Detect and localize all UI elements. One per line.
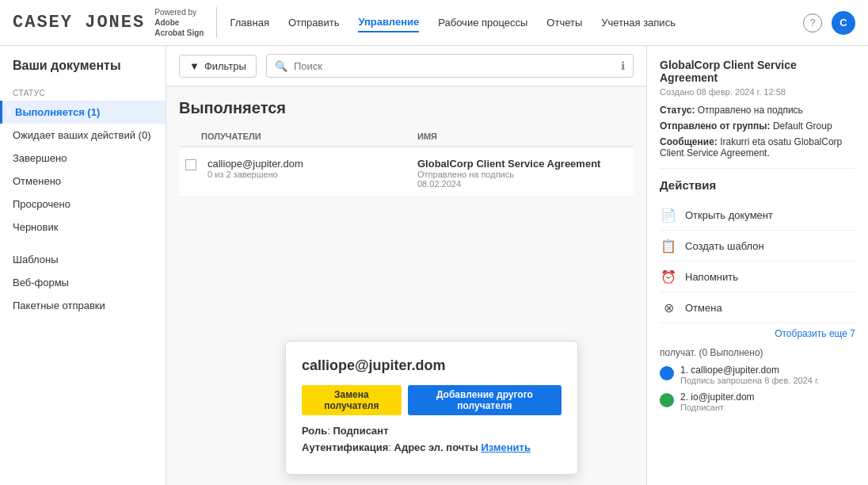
nav-send[interactable]: Отправить — [288, 13, 339, 32]
sidebar-item-draft[interactable]: Черновик — [0, 216, 166, 239]
doc-name: GlobalCorp Client Service Agreement — [417, 158, 627, 170]
sidebar-item-overdue[interactable]: Просрочено — [0, 193, 166, 216]
col-recipients: ПОЛУЧАТЕЛИ — [201, 132, 417, 141]
popup-card: calliope@jupiter.dom Замена получателя Д… — [285, 341, 578, 475]
sidebar-item-awaiting[interactable]: Ожидает ваших действий (0) — [0, 124, 166, 147]
popup-auth-label: Аутентификация — [302, 441, 388, 453]
recipient-email: calliope@jupiter.dom — [207, 158, 417, 170]
more-actions-link[interactable]: Отобразить еще 7 — [660, 328, 855, 339]
rp-doc-title: GlobalCorp Client Service Agreement — [660, 59, 855, 84]
header: CASEY JONES Powered by Adobe Acrobat Sig… — [0, 0, 868, 46]
rp-status: Статус: Отправлено на подпись — [660, 105, 855, 116]
doc-table-header: ПОЛУЧАТЕЛИ ИМЯ — [179, 127, 634, 147]
rp-action-template-label: Создать шаблон — [685, 240, 764, 252]
doc-status: Отправлено на подпись 08.02.2024 — [417, 170, 627, 189]
sidebar-item-webforms[interactable]: Веб-формы — [0, 271, 166, 294]
toolbar: ▼ Фильтры 🔍 ℹ — [166, 46, 646, 86]
nav-reports[interactable]: Отчеты — [546, 13, 582, 32]
popup-email: calliope@jupiter.dom — [302, 357, 562, 374]
rp-recipient-1: 1. calliope@jupiter.dom Подпись запрошен… — [660, 365, 855, 385]
rp-from-group: Отправлено от группы: Default Group — [660, 120, 855, 132]
recipient-1-dot — [660, 366, 674, 380]
rp-action-open[interactable]: 📄 Открыть документ — [660, 200, 855, 231]
help-icon[interactable]: ? — [803, 13, 822, 32]
recipient-1-sub: Подпись запрошена 8 фев. 2024 г. — [680, 376, 820, 385]
popup-role-label: Роль — [302, 425, 327, 437]
rp-action-cancel[interactable]: ⊗ Отмена — [660, 292, 855, 323]
doc-list-title: Выполняется — [179, 86, 634, 127]
popup-auth-field: Аутентификация: Адрес эл. почты Изменить — [302, 441, 562, 453]
add-recipient-button[interactable]: Добавление другого получателя — [408, 385, 562, 415]
rp-message: Сообщение: Irakurri eta osatu GlobalCorp… — [660, 136, 855, 158]
table-row[interactable]: calliope@jupiter.dom 0 из 2 завершено Gl… — [179, 150, 634, 197]
sidebar-item-completed[interactable]: Завершено — [0, 147, 166, 170]
popup-role-value: Подписант — [333, 425, 388, 437]
recipient-2-email: 2. io@jupiter.dom — [680, 391, 755, 403]
rp-action-template[interactable]: 📋 Создать шаблон — [660, 231, 855, 262]
rp-action-remind-label: Напомнить — [685, 271, 738, 283]
replace-recipient-button[interactable]: Замена получателя — [302, 385, 402, 415]
logo: CASEY JONES — [13, 13, 145, 32]
popup-buttons: Замена получателя Добавление другого пол… — [302, 385, 562, 415]
create-template-icon: 📋 — [660, 237, 677, 254]
recipient-1-email: 1. calliope@jupiter.dom — [680, 365, 820, 376]
popup-auth-value: Адрес эл. почты — [394, 441, 478, 453]
nav-home[interactable]: Главная — [230, 13, 268, 32]
header-icons: ? C — [803, 11, 855, 35]
remind-icon: ⏰ — [660, 268, 677, 285]
search-input[interactable] — [294, 60, 615, 72]
avatar[interactable]: C — [832, 11, 855, 35]
popup-role-field: Роль: Подписант — [302, 425, 562, 437]
filter-button[interactable]: ▼ Фильтры — [179, 55, 257, 78]
nav-manage[interactable]: Управление — [358, 13, 419, 32]
rp-action-cancel-label: Отмена — [685, 302, 722, 314]
filter-icon: ▼ — [189, 60, 200, 72]
sidebar-item-bulk[interactable]: Пакетные отправки — [0, 294, 166, 317]
main-nav: Главная Отправить Управление Рабочие про… — [230, 13, 803, 32]
search-box: 🔍 ℹ — [266, 54, 634, 78]
cancel-icon: ⊗ — [660, 299, 677, 316]
col-name: ИМЯ — [417, 132, 634, 141]
sidebar-item-in-progress[interactable]: Выполняется (1) — [0, 101, 166, 124]
sidebar-item-templates[interactable]: Шаблоны — [0, 248, 166, 271]
sidebar: Ваши документы СТАТУС Выполняется (1) Ож… — [0, 46, 166, 485]
change-auth-link[interactable]: Изменить — [481, 441, 531, 453]
rp-action-remind[interactable]: ⏰ Напомнить — [660, 262, 855, 292]
rp-action-open-label: Открыть документ — [685, 209, 773, 221]
sidebar-section-label: СТАТУС — [0, 82, 166, 101]
recipient-2-dot — [660, 393, 674, 407]
rp-created: Создано 08 февр. 2024 г. 12:58 — [660, 87, 855, 97]
nav-account[interactable]: Учетная запись — [601, 13, 676, 32]
right-panel: GlobalCorp Client Service Agreement Созд… — [646, 46, 868, 485]
search-icon: 🔍 — [275, 60, 287, 72]
rp-recipient-2: 2. io@jupiter.dom Подписант — [660, 391, 855, 412]
info-icon[interactable]: ℹ — [621, 59, 625, 72]
filter-label: Фильтры — [204, 60, 246, 72]
logo-area: CASEY JONES Powered by Adobe Acrobat Sig… — [13, 7, 217, 38]
rp-actions-title: Действия — [660, 178, 855, 192]
rp-recipients-title: получат. (0 Выполнено) — [660, 347, 855, 358]
open-doc-icon: 📄 — [660, 206, 677, 223]
powered-by-text: Powered by Adobe Acrobat Sign — [154, 7, 204, 38]
recipient-2-sub: Подписант — [680, 403, 755, 412]
row-checkbox[interactable] — [185, 159, 196, 170]
recipient-sub: 0 из 2 завершено — [207, 170, 417, 179]
sidebar-item-cancelled[interactable]: Отменено — [0, 170, 166, 193]
nav-workflows[interactable]: Рабочие процессы — [438, 13, 527, 32]
sidebar-title: Ваши документы — [0, 59, 166, 82]
